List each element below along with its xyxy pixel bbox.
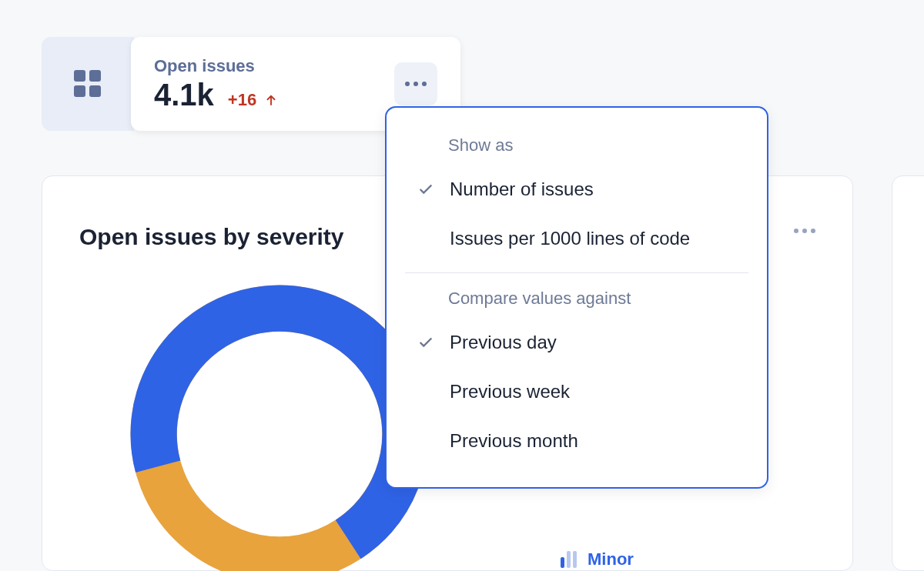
legend-item-minor[interactable]: Minor: [561, 549, 634, 569]
check-icon: [416, 332, 436, 352]
dropdown-divider: [405, 272, 748, 273]
check-icon: [416, 179, 436, 199]
dropdown-section-compare: Compare values against: [387, 282, 767, 318]
dropdown-item-label: Previous week: [450, 381, 570, 402]
dropdown-item-issues-per-loc[interactable]: Issues per 1000 lines of code: [387, 214, 767, 263]
dropdown-item-label: Issues per 1000 lines of code: [450, 228, 690, 249]
dropdown-item-number-of-issues[interactable]: Number of issues: [387, 165, 767, 214]
apps-grid-button[interactable]: [42, 37, 134, 131]
display-options-dropdown: Show as Number of issues Issues per 1000…: [385, 106, 768, 489]
card-more-button[interactable]: [394, 62, 437, 105]
panel-more-button[interactable]: [794, 229, 815, 233]
dropdown-item-previous-day[interactable]: Previous day: [387, 318, 767, 367]
apps-grid-icon: [74, 70, 102, 98]
open-issues-delta: +16: [228, 90, 278, 110]
secondary-panel: [892, 175, 924, 571]
delta-text: +16: [228, 90, 256, 110]
dropdown-item-label: Number of issues: [450, 179, 594, 200]
open-issues-label: Open issues: [154, 56, 278, 76]
severity-bars-icon: [561, 551, 577, 568]
dropdown-section-show-as: Show as: [387, 129, 767, 165]
dropdown-item-label: Previous day: [450, 332, 557, 353]
open-issues-value: 4.1k: [154, 78, 214, 112]
dropdown-item-label: Previous month: [450, 430, 578, 452]
legend-label: Minor: [588, 549, 634, 569]
dropdown-item-previous-month[interactable]: Previous month: [387, 416, 767, 466]
arrow-up-icon: [264, 93, 278, 107]
more-horizontal-icon: [405, 82, 427, 86]
dropdown-item-previous-week[interactable]: Previous week: [387, 367, 767, 416]
